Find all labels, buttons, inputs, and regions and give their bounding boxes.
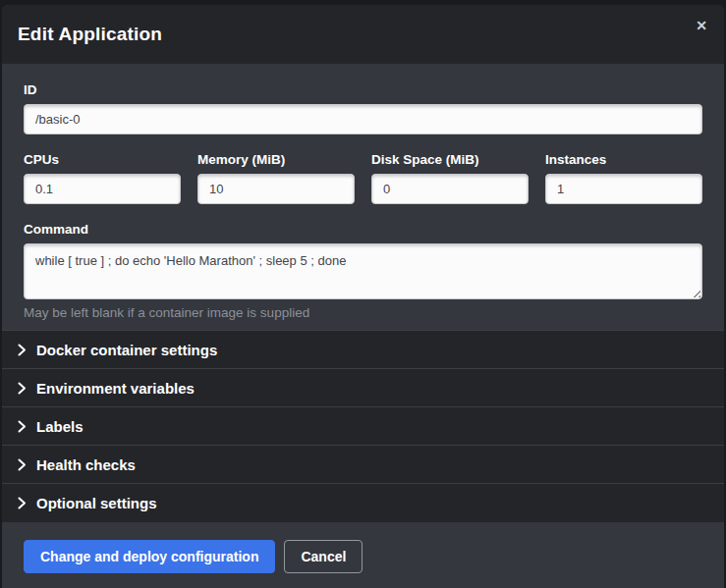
section-label: Environment variables	[36, 380, 195, 397]
section-health-checks[interactable]: Health checks	[2, 446, 724, 484]
section-docker-container-settings[interactable]: Docker container settings	[2, 331, 724, 369]
instances-input[interactable]	[545, 174, 702, 204]
id-label: ID	[24, 82, 702, 97]
section-environment-variables[interactable]: Environment variables	[2, 369, 724, 407]
chevron-right-icon	[18, 497, 27, 509]
section-label: Labels	[36, 418, 84, 435]
modal-header: Edit Application ✕	[2, 5, 724, 64]
close-icon[interactable]: ✕	[696, 19, 707, 32]
chevron-right-icon	[18, 344, 27, 356]
resources-row: CPUs Memory (MiB) Disk Space (MiB) Insta…	[24, 152, 702, 204]
memory-input[interactable]	[197, 174, 355, 204]
change-and-deploy-button[interactable]: Change and deploy configuration	[24, 540, 275, 573]
modal-footer: Change and deploy configuration Cancel	[2, 522, 724, 588]
id-field-group: ID	[24, 82, 702, 134]
cancel-button[interactable]: Cancel	[284, 540, 363, 573]
section-label: Health checks	[36, 456, 136, 473]
chevron-right-icon	[18, 420, 27, 433]
section-label: Optional settings	[36, 495, 157, 511]
disk-field-group: Disk Space (MiB)	[371, 152, 529, 204]
disk-input[interactable]	[371, 174, 529, 204]
cpus-field-group: CPUs	[24, 152, 181, 204]
application-form: ID CPUs Memory (MiB) Disk Space (MiB) In…	[2, 64, 724, 330]
disk-label: Disk Space (MiB)	[371, 152, 529, 167]
id-input[interactable]	[24, 104, 702, 134]
collapsible-sections: Docker container settings Environment va…	[2, 330, 724, 522]
command-field-group: Command while [ true ] ; do echo 'Hello …	[24, 222, 702, 320]
memory-label: Memory (MiB)	[197, 152, 355, 167]
chevron-right-icon	[18, 458, 27, 471]
instances-field-group: Instances	[545, 152, 702, 204]
command-label: Command	[24, 222, 702, 237]
chevron-right-icon	[18, 382, 27, 395]
cpus-input[interactable]	[24, 174, 181, 204]
command-input[interactable]: while [ true ] ; do echo 'Hello Marathon…	[24, 243, 702, 299]
section-labels[interactable]: Labels	[2, 407, 724, 446]
cpus-label: CPUs	[24, 152, 181, 167]
command-help-text: May be left blank if a container image i…	[24, 305, 702, 320]
modal-title: Edit Application	[18, 24, 162, 45]
section-optional-settings[interactable]: Optional settings	[2, 484, 724, 522]
instances-label: Instances	[545, 152, 702, 167]
memory-field-group: Memory (MiB)	[197, 152, 355, 204]
section-label: Docker container settings	[36, 342, 217, 358]
edit-application-modal: Edit Application ✕ ID CPUs Memory (MiB) …	[2, 5, 724, 588]
